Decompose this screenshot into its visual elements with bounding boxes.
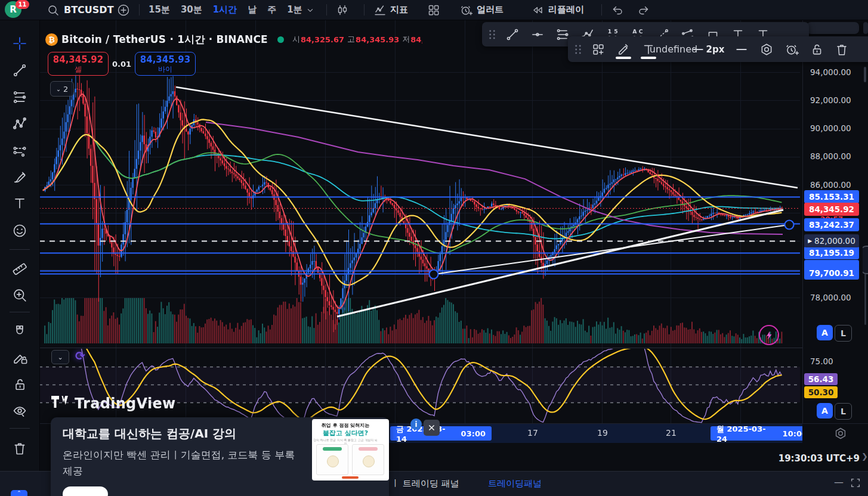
drawing-lock-tool-icon[interactable] [9, 347, 30, 368]
alert-label: 얼러트 [477, 4, 503, 16]
toolbar-stub [863, 22, 868, 34]
collapsed-indicators-chip[interactable]: ⌄ 2 [50, 81, 74, 97]
tradingview-logo[interactable]: TradingView [51, 395, 176, 412]
ad-image[interactable]: 취업 후 점점 잊혀지는 붙잡고 싶다면? 강의 하나로 전공 지식 쭉 붙잡고… [312, 419, 389, 480]
alarm-clock-icon [459, 4, 472, 17]
crosshair-icon[interactable] [9, 33, 30, 54]
add-alert-button[interactable] [779, 39, 804, 60]
ad-body: 온라인이지만 빡센 관리ㅣ기술면접, 코드북 등 부록 제공 [63, 447, 301, 479]
rsi-ma_value-label: 50.30 [804, 386, 838, 398]
price-axis[interactable]: 94,000.0092,000.0090,000.0088,000.0086,0… [802, 20, 863, 442]
timeframe-tf-1h[interactable]: 1시간 [208, 4, 242, 16]
timeframe-tf-week[interactable]: 주 [262, 4, 282, 16]
buy-button[interactable]: 84,345.93 바이 [135, 52, 196, 76]
sidebar-bottom-button[interactable]: ⌃ [11, 490, 27, 496]
current-price: 84,345.92 [804, 203, 859, 216]
fib-retracement-tool-icon[interactable] [9, 86, 30, 108]
layout-grid-button[interactable] [427, 0, 440, 20]
scrollbar-fragment[interactable] [864, 67, 866, 82]
pattern-tool-icon[interactable] [9, 113, 30, 135]
undo-button[interactable] [611, 0, 624, 20]
compare-add-button[interactable] [117, 0, 130, 20]
rsi-tick: 75.00 [810, 356, 833, 366]
trading-panel-link[interactable]: 트레이딩패널 [488, 478, 542, 489]
chart-legend: ₿ Bitcoin / TetherUS · 1시간 · BINANCE 시84… [45, 32, 422, 47]
hide-drawings-tool-icon[interactable] [9, 400, 30, 421]
drag-handle-icon[interactable] [570, 39, 586, 60]
buy-label: 바이 [158, 65, 172, 73]
time-tick: 19 [597, 428, 608, 438]
ad-banner[interactable]: 대학교를 대신하는 컴공/AI 강의 온라인이지만 빡센 관리ㅣ기술면접, 코드… [51, 417, 389, 496]
chart-style-button[interactable] [336, 0, 349, 20]
ad-pill [359, 447, 378, 451]
textcolor-button[interactable]: undefined [661, 39, 686, 60]
redo-button[interactable] [637, 0, 650, 20]
magnet-tool-icon[interactable] [9, 320, 30, 342]
settings-button[interactable] [754, 39, 779, 60]
trend-tool-icon[interactable] [500, 24, 525, 45]
toolbar-stub [807, 22, 859, 34]
rsi-collapse-chip[interactable]: ⌄ [51, 350, 69, 364]
sell-label: 셀 [75, 65, 82, 73]
session-clock: 19:30:03 UTC+9 [779, 453, 860, 464]
brush-tool-icon[interactable] [9, 166, 30, 188]
price-log-scale-button[interactable]: L [835, 325, 852, 342]
lock-button[interactable] [804, 39, 829, 60]
range-start-label: 금 2025-03-14 03:00 [390, 426, 492, 441]
trading-panel-tab[interactable]: ㅣ 트레이딩 패널 [391, 478, 459, 489]
rsi-log-scale-button[interactable]: L [835, 403, 852, 420]
lock-all-tool-icon[interactable] [9, 374, 30, 395]
alert-button[interactable]: 얼러트 [459, 0, 503, 20]
restore-panel-icon[interactable] [850, 477, 861, 489]
measure-tool-icon[interactable] [9, 258, 30, 279]
svg-text:C: C [639, 27, 643, 34]
forecast-tool-icon[interactable] [9, 140, 30, 162]
timeframe-tf-1m[interactable]: 1분 [282, 4, 307, 16]
alert-arrow-icon: ▶ [808, 238, 812, 244]
sell-button[interactable]: 84,345.92 셀 [48, 52, 109, 76]
rsi-refresh-icon[interactable]: ⟳ [75, 349, 89, 363]
minimize-panel-icon[interactable]: — [834, 476, 844, 488]
line-color-button[interactable] [611, 39, 636, 60]
ohlc-value: 84,345.93 [356, 35, 399, 44]
price-auto-scale-button[interactable]: A [817, 325, 833, 340]
emoji-tool-icon[interactable] [9, 220, 30, 241]
timeframe-dropdown[interactable] [305, 0, 315, 20]
templates-button[interactable] [586, 39, 611, 60]
delete-button[interactable] [829, 39, 854, 60]
ad-panel-right [352, 444, 384, 475]
ad-info-icon[interactable]: i [410, 418, 422, 430]
zoom-in-tool-icon[interactable] [9, 284, 30, 306]
time-tick: 17 [527, 428, 538, 438]
symbol-search-button[interactable]: BTCUSDT [47, 0, 114, 20]
spread-value: 0.01 [109, 60, 135, 69]
time-tick: 21 [666, 428, 677, 438]
text-tool-icon[interactable] [9, 193, 30, 214]
bottom-panel-chevron-icon[interactable]: ❯ [861, 452, 868, 461]
line-style-button[interactable] [729, 39, 754, 60]
color-underline [616, 57, 631, 59]
timeframe-tf-30m[interactable]: 30분 [175, 4, 208, 16]
timeframe-tf-15m[interactable]: 15분 [143, 4, 175, 16]
rsi-auto-scale-button[interactable]: A [817, 403, 833, 418]
rsi-value-label: 56.43 [804, 373, 838, 385]
trend-line-tool-icon[interactable] [9, 60, 30, 81]
axis-settings-gear-icon[interactable] [833, 426, 848, 441]
hline-tool-icon[interactable] [525, 24, 550, 45]
separator [364, 4, 365, 16]
remove-objects-tool-icon[interactable] [9, 438, 30, 459]
quick-trade-bolt-button[interactable] [759, 325, 779, 345]
price-chart-canvas[interactable] [39, 20, 802, 442]
timeframe-tf-day[interactable]: 날 [242, 4, 262, 16]
ad-close-button[interactable] [424, 420, 440, 436]
ad-cta-button[interactable] [63, 486, 108, 496]
drag-handle-icon[interactable] [484, 24, 500, 45]
price-label-text: 85.153.31 [809, 192, 854, 202]
btc-logo-icon: ₿ [45, 33, 58, 46]
line-thickness-button[interactable]: 2px [686, 39, 729, 60]
replay-button[interactable]: 리플레이 [531, 0, 584, 20]
indicator-chart-icon [373, 4, 387, 17]
indicators-button[interactable]: 지표 [373, 0, 408, 20]
toolbar-divider [10, 249, 30, 250]
symbol-title[interactable]: Bitcoin / TetherUS · 1시간 · BINANCE [61, 33, 268, 46]
